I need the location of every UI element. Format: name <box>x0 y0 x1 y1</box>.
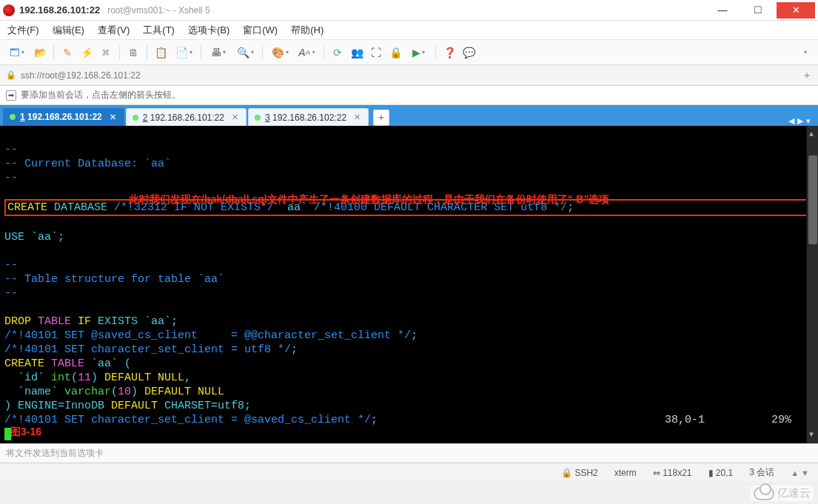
font-button[interactable]: AA▾ <box>294 44 319 61</box>
terminal-view[interactable]: -- -- Current Database: `aa` -- CREATE D… <box>0 126 818 443</box>
status-dot-icon <box>255 115 261 121</box>
lock-icon: 🔒 <box>6 70 16 80</box>
window-title-sub: root@vms001:~ - Xshell 5 <box>107 5 210 16</box>
menu-view[interactable]: 查看(V) <box>98 24 130 37</box>
hint-arrow-icon[interactable]: ➡ <box>6 90 16 101</box>
hint-text: 要添加当前会话，点击左侧的箭头按钮。 <box>21 89 181 101</box>
menu-tools[interactable]: 工具(T) <box>143 24 175 37</box>
copy-button[interactable]: 📋 <box>152 44 170 61</box>
refresh-button[interactable]: ⟳ <box>329 44 346 61</box>
tab-close-icon[interactable]: ✕ <box>232 112 238 122</box>
status-sessions: 3 会话 <box>749 466 774 479</box>
status-termtype: xterm <box>614 468 637 478</box>
status-dot-icon <box>10 114 16 120</box>
separator <box>201 45 201 60</box>
tab-add-button[interactable]: ＋ <box>373 110 389 126</box>
tab-label: 1 192.168.26.101:22 <box>20 112 102 122</box>
window-controls <box>704 2 815 19</box>
app-icon <box>3 4 15 16</box>
tab-close-icon[interactable]: ✕ <box>354 112 361 122</box>
users-button[interactable]: 👥 <box>348 44 366 61</box>
address-text[interactable]: ssh://root@192.168.26.101:22 <box>21 70 141 81</box>
cloud-icon <box>754 487 774 500</box>
new-session-button[interactable]: 🗔▾ <box>4 44 30 61</box>
status-bar: 🔒 SSH2 xterm ⇔ 118x21 ▮ 20,1 3 会话 ▲ ▼ <box>0 463 818 482</box>
scroll-up-icon[interactable]: ▲ <box>809 127 814 141</box>
properties-button[interactable]: 🗎 <box>124 44 142 61</box>
menu-window[interactable]: 窗口(W) <box>243 24 278 37</box>
disconnect-button[interactable]: ✖ <box>97 44 115 61</box>
fullscreen-button[interactable]: ⛶ <box>367 44 385 61</box>
status-size: ⇔ 118x21 <box>653 468 692 478</box>
toolbar: 🗔▾ 📂 ✎ ⚡ ✖ 🗎 📋 📄▾ 🖶▾ 🔍▾ 🎨▾ AA▾ ⟳ 👥 ⛶ 🔒 ▶… <box>0 40 818 65</box>
menu-file[interactable]: 文件(F) <box>7 24 39 37</box>
separator <box>53 45 54 60</box>
arrow-up-icon[interactable]: ▲ <box>791 468 799 477</box>
separator <box>435 45 436 60</box>
watermark-text: 亿速云 <box>777 486 811 500</box>
tabs-navigation: ◀ ▶ ▾ <box>788 116 815 126</box>
menu-help[interactable]: 帮助(H) <box>291 24 323 37</box>
edit-button[interactable]: ✎ <box>58 44 76 61</box>
session-tab-2[interactable]: 2 192.168.26.101:22 ✕ <box>126 108 247 126</box>
run-button[interactable]: ▶▾ <box>406 44 431 61</box>
tab-prev-icon[interactable]: ◀ <box>788 116 794 126</box>
status-protocol: 🔒 SSH2 <box>561 468 598 478</box>
menu-edit[interactable]: 编辑(E) <box>53 24 84 37</box>
minimize-button[interactable] <box>705 2 740 19</box>
command-input-bar[interactable]: 将文件发送到当前选项卡 <box>0 443 818 463</box>
menu-bar: 文件(F) 编辑(E) 查看(V) 工具(T) 选项卡(B) 窗口(W) 帮助(… <box>0 21 818 40</box>
lock-button[interactable]: 🔒 <box>386 44 404 61</box>
watermark: 亿速云 <box>751 485 814 501</box>
status-cursor: ▮ 20,1 <box>708 468 734 478</box>
session-tab-3[interactable]: 3 192.168.26.102:22 ✕ <box>248 108 369 126</box>
address-bar: 🔒 ssh://root@192.168.26.101:22 ＋ <box>0 65 818 86</box>
chat-button[interactable]: 💬 <box>460 44 477 61</box>
status-arrows: ▲ ▼ <box>791 468 809 477</box>
hint-bar: ➡ 要添加当前会话，点击左侧的箭头按钮。 <box>0 86 818 105</box>
scrollbar-thumb[interactable] <box>808 155 817 244</box>
arrow-down-icon[interactable]: ▼ <box>801 468 809 477</box>
title-bar: 192.168.26.101:22 root@vms001:~ - Xshell… <box>0 0 818 21</box>
tab-close-icon[interactable]: ✕ <box>110 112 116 122</box>
tab-label: 2 192.168.26.101:22 <box>143 112 224 123</box>
search-button[interactable]: 🔍▾ <box>232 44 258 61</box>
status-dot-icon <box>133 115 138 121</box>
terminal-scrollbar[interactable]: ▲ ▼ <box>806 126 818 443</box>
paste-button[interactable]: 📄▾ <box>171 44 196 61</box>
separator <box>119 45 120 60</box>
close-button[interactable] <box>777 2 815 19</box>
tab-menu-icon[interactable]: ▾ <box>806 116 811 126</box>
menu-tabs[interactable]: 选项卡(B) <box>188 24 229 37</box>
toolbar-more-button[interactable]: ▾ <box>796 44 814 61</box>
tabs-bar: 1 192.168.26.101:22 ✕ 2 192.168.26.101:2… <box>0 105 818 126</box>
maximize-button[interactable] <box>741 2 775 19</box>
help-button[interactable]: ❓ <box>440 44 458 61</box>
terminal-status: 38,0-1 29% <box>665 413 791 427</box>
command-hint: 将文件发送到当前选项卡 <box>6 447 104 460</box>
window-title-ip: 192.168.26.101:22 <box>19 4 100 16</box>
figure-caption: 图3-16 <box>10 425 41 439</box>
address-add-button[interactable]: ＋ <box>802 69 812 82</box>
connect-button[interactable]: ⚡ <box>78 44 95 61</box>
separator <box>147 45 147 60</box>
session-tab-1[interactable]: 1 192.168.26.101:22 ✕ <box>3 108 124 126</box>
annotation-text: 此时我们发现在/bak/dball.sql文件中产生了一条创建数据库的过程，是由… <box>129 192 609 206</box>
tab-next-icon[interactable]: ▶ <box>797 116 803 126</box>
scroll-down-icon[interactable]: ▼ <box>809 428 814 442</box>
open-button[interactable]: 📂 <box>31 44 49 61</box>
tab-label: 3 192.168.26.102:22 <box>265 112 346 123</box>
separator <box>323 45 324 60</box>
color-button[interactable]: 🎨▾ <box>267 44 292 61</box>
separator <box>262 45 263 60</box>
print-button[interactable]: 🖶▾ <box>206 44 231 61</box>
